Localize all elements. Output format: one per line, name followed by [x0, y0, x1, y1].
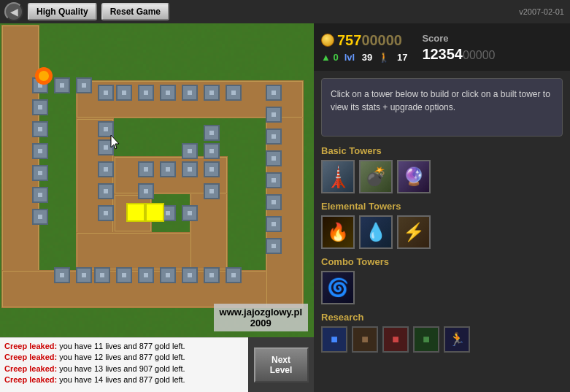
- lives-delta: ▲ 0: [321, 52, 339, 63]
- tower-fire[interactable]: [321, 215, 355, 249]
- elemental-towers-row: [321, 215, 563, 249]
- main-layout: www.jajozglowy.pl 2009 Creep leaked: you…: [0, 23, 570, 392]
- right-panel: 75700000 ▲ 0 lvl 39 🚶 17 Score: [314, 23, 570, 392]
- top-bar: ◀ High Quality Reset Game v2007-02-01: [0, 0, 570, 23]
- bottom-row: Creep leaked: you have 11 lives and 877 …: [0, 337, 314, 392]
- log-area: Creep leaked: you have 11 lives and 877 …: [0, 337, 248, 392]
- next-level-area: NextLevel: [248, 337, 314, 392]
- next-level-button[interactable]: NextLevel: [254, 347, 309, 383]
- tower-cannon[interactable]: [359, 160, 393, 193]
- elemental-towers-label: Elemental Towers: [321, 201, 563, 212]
- research-brown[interactable]: ■: [352, 326, 378, 353]
- gold-stat-group: 75700000 ▲ 0 lvl 39 🚶 17: [321, 32, 407, 63]
- gold-value: 75700000: [337, 32, 402, 49]
- stats-row: 75700000 ▲ 0 lvl 39 🚶 17 Score: [314, 23, 570, 71]
- log-line: Creep leaked: you have 11 lives and 877 …: [4, 341, 244, 352]
- basic-towers-section: Basic Towers: [314, 142, 570, 198]
- tower-water[interactable]: [359, 215, 393, 249]
- research-figure[interactable]: 🏃: [444, 326, 470, 353]
- log-line: Creep leaked: you have 13 lives and 907 …: [4, 364, 244, 374]
- log-line: Creep leaked: you have 12 lives and 877 …: [4, 352, 244, 363]
- sub-stats-row: ▲ 0 lvl 39 🚶 17: [321, 52, 407, 63]
- back-button[interactable]: ◀: [4, 2, 23, 21]
- gold-display: 75700000: [321, 32, 407, 49]
- combo-towers-row: [321, 271, 563, 304]
- research-blue[interactable]: ■: [321, 326, 347, 353]
- high-quality-button[interactable]: High Quality: [28, 3, 97, 20]
- gold-coin-icon: [321, 34, 334, 47]
- watermark: www.jajozglowy.pl 2009: [214, 304, 308, 331]
- score-value-display: 1235400000: [422, 46, 495, 63]
- game-area: www.jajozglowy.pl 2009 Creep leaked: you…: [0, 23, 314, 392]
- research-red[interactable]: ■: [382, 326, 409, 353]
- level-display: lvl 39: [344, 52, 373, 63]
- research-green[interactable]: ■: [413, 326, 439, 353]
- research-label: Research: [321, 312, 563, 323]
- lives-display: 🚶 17: [378, 52, 407, 63]
- basic-towers-row: [321, 160, 563, 193]
- combo-towers-label: Combo Towers: [321, 256, 563, 267]
- research-row: ■ ■ ■ ■ 🏃: [321, 326, 563, 353]
- tower-archer[interactable]: [321, 160, 355, 193]
- tower-combo1[interactable]: [321, 271, 355, 304]
- score-stat-group: Score 1235400000: [422, 31, 495, 63]
- research-section: Research ■ ■ ■ ■ 🏃: [314, 309, 570, 356]
- basic-towers-label: Basic Towers: [321, 145, 563, 156]
- tower-magic[interactable]: [397, 160, 431, 193]
- info-box: Click on a tower below to build or click…: [321, 78, 563, 137]
- reset-game-button[interactable]: Reset Game: [101, 3, 169, 20]
- log-line: Creep leaked: you have 14 lives and 877 …: [4, 374, 244, 385]
- version-text: v2007-02-01: [519, 7, 564, 16]
- elemental-towers-section: Elemental Towers: [314, 198, 570, 253]
- combo-towers-section: Combo Towers: [314, 253, 570, 309]
- game-canvas[interactable]: www.jajozglowy.pl 2009: [0, 23, 314, 337]
- tower-earth[interactable]: [397, 215, 431, 249]
- score-label: Score: [422, 31, 495, 45]
